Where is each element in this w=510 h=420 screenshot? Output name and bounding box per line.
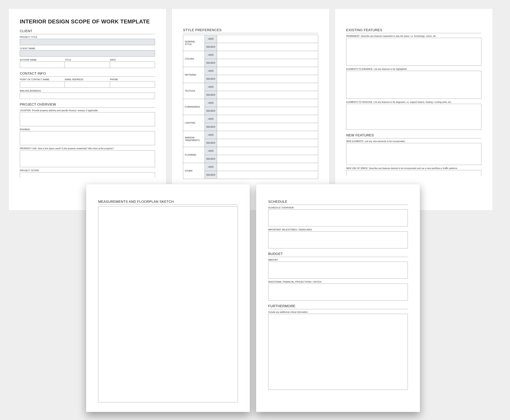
input-title[interactable] (65, 62, 110, 68)
input-furthermore[interactable] (268, 314, 408, 390)
label-furthermore-desc: Include any additional critical informat… (268, 311, 408, 313)
section-budget: BUDGET (268, 252, 408, 257)
label-milestones: IMPORTANT MILESTONES / DEADLINES (268, 228, 408, 231)
input-disguise[interactable] (346, 104, 481, 130)
input-poc[interactable] (20, 81, 65, 88)
section-existing: EXISTING FEATURES (346, 28, 481, 33)
pref-dislikes-label: DISLIKES (205, 139, 217, 147)
floorplan-sketch-area[interactable] (98, 206, 238, 402)
pref-dislikes-input[interactable] (217, 91, 318, 99)
pref-category: TEXTILES (183, 83, 205, 99)
pref-category: FURNISHINGS (183, 99, 205, 115)
input-author-name[interactable] (20, 62, 65, 68)
input-amount[interactable] (268, 262, 408, 279)
section-new-features: NEW FEATURES (346, 133, 481, 138)
label-rooms: ROOM(S) (20, 128, 155, 131)
pref-likes-label: LIKES (205, 67, 217, 75)
section-contact: CONTACT INFO (20, 72, 155, 77)
pref-dislikes-input[interactable] (217, 171, 318, 179)
pref-dislikes-input[interactable] (217, 139, 318, 147)
pref-likes-label: LIKES (205, 35, 217, 43)
pref-dislikes-label: DISLIKES (205, 123, 217, 131)
pref-dislikes-label: DISLIKES (205, 43, 217, 51)
label-permanent: PERMANENT Describe any features requeste… (346, 35, 481, 37)
label-new-use-of-space: NEW USE OF SPACE Describe any features d… (346, 167, 481, 169)
page-5: SCHEDULE SCHEDULE OVERVIEW IMPORTANT MIL… (256, 184, 420, 412)
page-3: EXISTING FEATURES PERMANENT Describe any… (335, 8, 493, 210)
pref-dislikes-label: DISLIKES (205, 171, 217, 179)
pref-likes-input[interactable] (217, 131, 318, 139)
pref-likes-input[interactable] (217, 51, 318, 59)
pref-category: PATTERNS (183, 67, 205, 83)
input-project-title[interactable] (20, 39, 155, 45)
label-mailing-address: MAILING ADDRESS (20, 90, 155, 92)
pref-likes-input[interactable] (217, 147, 318, 155)
pref-likes-input[interactable] (217, 163, 318, 171)
label-amount: AMOUNT (268, 259, 408, 261)
pref-likes-label: LIKES (205, 131, 217, 139)
label-property-use: PROPERTY USE How is the space used? Is t… (20, 147, 155, 150)
page-1: INTERIOR DESIGN SCOPE OF WORK TEMPLATE C… (8, 8, 166, 210)
section-client: CLIENT (20, 29, 155, 34)
input-phone[interactable] (110, 81, 155, 88)
pref-likes-input[interactable] (217, 67, 318, 75)
pref-dislikes-input[interactable] (217, 107, 318, 115)
pref-likes-input[interactable] (217, 35, 318, 43)
input-mailing-address[interactable] (20, 93, 155, 99)
pref-category: LIGHTING (183, 115, 205, 131)
pref-dislikes-input[interactable] (217, 59, 318, 67)
input-client-name[interactable] (20, 50, 155, 57)
input-schedule-overview[interactable] (268, 210, 408, 226)
pref-dislikes-label: DISLIKES (205, 59, 217, 67)
pref-dislikes-input[interactable] (217, 75, 318, 83)
label-enhance: ELEMENTS TO ENHANCE List any features to… (346, 68, 481, 70)
style-pref-table: GENERALSTYLELIKESDISLIKESCOLORSLIKESDISL… (183, 35, 318, 179)
input-permanent[interactable] (346, 38, 481, 66)
input-property-use[interactable] (20, 150, 155, 167)
pref-likes-label: LIKES (205, 83, 217, 91)
pref-category: WINDOWTREATMENTS (183, 131, 205, 147)
pref-likes-input[interactable] (217, 83, 318, 91)
label-poc: POINT OF CONTACT NAME (20, 78, 65, 81)
label-project-title: PROJECT TITLE (20, 36, 155, 38)
input-new-use-of-space[interactable] (346, 170, 481, 176)
pref-dislikes-label: DISLIKES (205, 91, 217, 99)
pref-likes-input[interactable] (217, 99, 318, 107)
label-schedule-overview: SCHEDULE OVERVIEW (268, 206, 408, 209)
input-location[interactable] (20, 112, 155, 126)
label-date: DATE (110, 59, 155, 61)
pref-dislikes-label: DISLIKES (205, 75, 217, 83)
input-rooms[interactable] (20, 131, 155, 145)
label-email: EMAIL ADDRESS (65, 78, 110, 81)
pref-category: COLORS (183, 51, 205, 67)
section-measurements: MEASUREMENTS AND FLOORPLAN SKETCH (98, 200, 238, 205)
pref-category: FLOORING (183, 147, 205, 163)
input-date[interactable] (110, 62, 155, 68)
input-financial-notes[interactable] (268, 284, 408, 300)
document-title: INTERIOR DESIGN SCOPE OF WORK TEMPLATE (20, 19, 155, 25)
label-financial-notes: ADDITIONAL FINANCIAL PROJECTIONS / NOTES (268, 281, 408, 283)
input-email[interactable] (65, 81, 110, 88)
input-enhance[interactable] (346, 71, 481, 99)
input-new-elements[interactable] (346, 143, 481, 165)
label-title: TITLE (65, 59, 110, 61)
pref-category: GENERALSTYLE (183, 35, 205, 51)
page-4: MEASUREMENTS AND FLOORPLAN SKETCH (86, 184, 250, 412)
pref-dislikes-input[interactable] (217, 155, 318, 163)
section-overview: PROJECT OVERVIEW (20, 103, 155, 108)
input-project-scope[interactable] (20, 172, 155, 178)
label-project-scope: PROJECT SCOPE (20, 169, 155, 172)
pref-dislikes-label: DISLIKES (205, 155, 217, 163)
label-client-name: CLIENT NAME (20, 47, 155, 50)
pref-likes-input[interactable] (217, 115, 318, 123)
section-schedule: SCHEDULE (268, 200, 408, 205)
input-milestones[interactable] (268, 231, 408, 248)
label-author-name: AUTHOR NAME (20, 59, 65, 61)
pref-likes-label: LIKES (205, 147, 217, 155)
section-style-prefs: STYLE PREFERENCES (183, 28, 318, 33)
pref-dislikes-input[interactable] (217, 43, 318, 51)
pref-likes-label: LIKES (205, 99, 217, 107)
pref-category: OTHER (183, 163, 205, 179)
pref-dislikes-input[interactable] (217, 123, 318, 131)
label-location: LOCATION Provide property address and sp… (20, 109, 155, 112)
